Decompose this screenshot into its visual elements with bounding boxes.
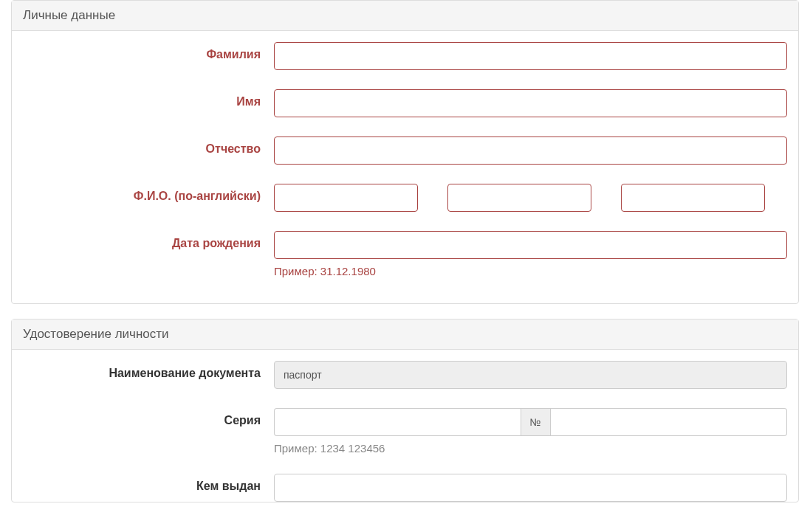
label-series: Серия (23, 408, 274, 427)
wrap-name (274, 89, 787, 117)
row-surname: Фамилия (23, 42, 787, 70)
wrap-issued-by (274, 474, 787, 502)
label-fio-en: Ф.И.О. (по-английски) (23, 184, 274, 203)
panel-title: Удостоверение личности (23, 327, 169, 341)
personal-data-panel: Личные данные Фамилия Имя Отчество Ф.И.О… (11, 0, 799, 304)
input-birthdate[interactable] (274, 231, 787, 259)
label-issued-by: Кем выдан (23, 474, 274, 493)
number-addon-label: № (521, 408, 551, 436)
input-fio-en-3[interactable] (621, 184, 765, 212)
label-surname: Фамилия (23, 42, 274, 61)
row-issued-by: Кем выдан (23, 474, 787, 502)
panel-heading-personal: Личные данные (12, 1, 798, 31)
input-surname[interactable] (274, 42, 787, 70)
wrap-birthdate: Пример: 31.12.1980 (274, 231, 787, 277)
wrap-doc-name (274, 361, 787, 389)
input-name[interactable] (274, 89, 787, 117)
panel-body-identity: Наименование документа Серия № Пример: 1… (12, 350, 798, 502)
row-patronymic: Отчество (23, 137, 787, 165)
row-fio-en: Ф.И.О. (по-английски) (23, 184, 787, 212)
wrap-series: № Пример: 1234 123456 (274, 408, 787, 455)
row-birthdate: Дата рождения Пример: 31.12.1980 (23, 231, 787, 277)
hint-birthdate: Пример: 31.12.1980 (274, 265, 787, 277)
input-doc-name (274, 361, 787, 389)
panel-heading-identity: Удостоверение личности (12, 319, 798, 350)
label-doc-name: Наименование документа (23, 361, 274, 380)
series-number-group: № (274, 408, 787, 436)
wrap-fio-en (274, 184, 787, 212)
input-fio-en-1[interactable] (274, 184, 418, 212)
label-birthdate: Дата рождения (23, 231, 274, 250)
input-fio-en-2[interactable] (447, 184, 591, 212)
input-number[interactable] (551, 408, 787, 436)
wrap-surname (274, 42, 787, 70)
panel-body-personal: Фамилия Имя Отчество Ф.И.О. (по-английск… (12, 31, 798, 303)
hint-series: Пример: 1234 123456 (274, 442, 787, 455)
label-name: Имя (23, 89, 274, 108)
input-issued-by[interactable] (274, 474, 787, 502)
input-series[interactable] (274, 408, 521, 436)
fio-en-group (274, 184, 787, 212)
wrap-patronymic (274, 137, 787, 165)
identity-panel: Удостоверение личности Наименование доку… (11, 319, 799, 502)
row-doc-name: Наименование документа (23, 361, 787, 389)
label-patronymic: Отчество (23, 137, 274, 156)
row-series: Серия № Пример: 1234 123456 (23, 408, 787, 455)
input-patronymic[interactable] (274, 137, 787, 165)
row-name: Имя (23, 89, 787, 117)
panel-title: Личные данные (23, 8, 115, 22)
